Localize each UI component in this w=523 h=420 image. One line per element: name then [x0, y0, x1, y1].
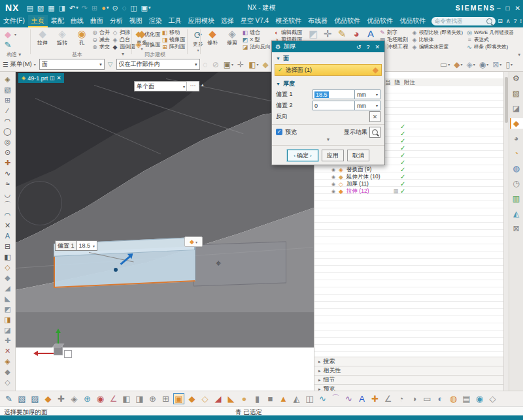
csys-icon[interactable]: ∠	[109, 394, 118, 404]
ribbon-tab[interactable]: 选择	[218, 15, 237, 27]
appearance-icon[interactable]: ◍	[448, 394, 458, 404]
ribbon-tab[interactable]: 优品软件	[331, 15, 363, 27]
text-curve-icon[interactable]: A	[5, 231, 10, 241]
through-curves-icon[interactable]: ◣	[5, 294, 10, 304]
face-rule-icon[interactable]: ◧▾	[248, 60, 258, 69]
edit-section-button[interactable]: ◐编辑截面	[273, 29, 302, 36]
offset1-unit-combo[interactable]: mm▾	[355, 89, 380, 99]
settings-icon[interactable]: ⚙	[510, 73, 523, 84]
arc-icon[interactable]: ◠	[5, 116, 11, 126]
offset1-input[interactable]: 18.5	[312, 89, 355, 99]
mirror-mini-icon[interactable]: ◫	[305, 394, 314, 404]
sketch-curve-icon[interactable]: ✎	[3, 39, 16, 50]
bridge-curve-icon[interactable]: ◡	[5, 189, 11, 199]
new-icon[interactable]: ▤	[25, 4, 34, 12]
prism-icon[interactable]: ◭	[292, 394, 301, 404]
reuse-library-icon[interactable]: ◕	[510, 133, 523, 144]
constraint-navigator-icon[interactable]: ◪	[510, 103, 523, 114]
part-tab[interactable]: ◈ 49-1.prt ◫ ✕	[18, 73, 64, 83]
text-mini-icon[interactable]: A	[357, 394, 367, 404]
hd3d-tools-icon[interactable]: ◔	[510, 148, 523, 159]
selection-scope-combo[interactable]: 仅在工作部件内▾	[116, 59, 200, 70]
spline-icon[interactable]: ∿	[5, 169, 10, 178]
nav-section-details[interactable]: ▸ 细节	[314, 375, 503, 384]
general-select-icon[interactable]: ✛	[237, 60, 245, 69]
collapse-toolbar-caret[interactable]: ▴	[201, 82, 204, 88]
window-mode-icon[interactable]: ▯▾	[505, 60, 513, 69]
nav-section-search[interactable]: ▸ 搜索	[314, 357, 503, 366]
menu-button[interactable]: ☰ 菜单(M) ▾	[3, 60, 36, 69]
roles-icon[interactable]: ⊠	[510, 223, 523, 234]
minimize-ribbon-icon[interactable]: ∧	[506, 18, 511, 24]
circle-icon[interactable]: ◯	[3, 127, 11, 137]
assembly-icon[interactable]: ◈	[5, 74, 10, 84]
optimize-face-button[interactable]: ◆优化面	[134, 29, 160, 39]
star-icon[interactable]: ✚	[370, 394, 380, 404]
assembly-navigator-icon[interactable]: ▧	[510, 88, 523, 99]
render-mini-icon[interactable]: ◐	[435, 394, 445, 404]
window-cascade-icon[interactable]: ◫	[129, 4, 138, 12]
wave-linker-button[interactable]: ◎WAVE 几何链接器	[466, 29, 514, 36]
text-tool-icon[interactable]: A	[363, 28, 378, 39]
ribbon-expand-caret[interactable]: ▾	[518, 52, 520, 57]
intersect-button[interactable]: ⊗求交	[92, 43, 110, 50]
dialog-title-bar[interactable]: ⚙ 加厚 ↺ ? ✕	[272, 41, 384, 52]
render-style-icon[interactable]: ◈▾	[467, 60, 475, 69]
history-icon[interactable]: ◷	[510, 178, 523, 189]
datum-icon[interactable]: ⊞	[5, 95, 10, 105]
xform-button[interactable]: ◩X 型	[242, 36, 271, 43]
ribbon-tab[interactable]: 分析	[107, 15, 126, 27]
section-mini-icon[interactable]: ◑	[409, 394, 419, 404]
eye-icon[interactable]: ◉	[331, 182, 339, 187]
dialog-close-icon[interactable]: ✕	[373, 44, 381, 50]
pen-icon[interactable]: ✎	[335, 28, 349, 39]
command-finder-input[interactable]: 命令查找器	[431, 17, 496, 25]
trim-button[interactable]: ◈修剪	[222, 28, 242, 46]
ribbon-tab[interactable]: 曲线	[67, 15, 87, 27]
nav-section-dependencies[interactable]: ▸ 相关性	[314, 366, 503, 375]
pie-analysis-icon[interactable]: ◕	[349, 28, 363, 39]
pattern-mini-icon[interactable]: ⊞	[161, 394, 171, 404]
spline-mini-icon[interactable]: ∿	[344, 394, 354, 404]
swept-icon[interactable]: ◆	[5, 273, 10, 283]
sheet-icon[interactable]: ◇	[5, 263, 10, 272]
compare-body-button[interactable]: ◈比较体	[411, 36, 463, 43]
thickness-section-header[interactable]: ▼ 厚度	[272, 78, 384, 89]
point-tool-icon[interactable]: ✚	[56, 394, 66, 404]
section-icon[interactable]: ▧	[4, 85, 10, 95]
offset-curve-icon[interactable]: ⌒	[4, 200, 11, 210]
engrave-button[interactable]: ✎刻字	[379, 29, 408, 36]
copy-icon[interactable]: ⊞	[91, 4, 99, 12]
ribbon-tab[interactable]: 应用模块	[185, 15, 218, 27]
face-tool-icon[interactable]: ◨	[4, 315, 10, 325]
dialog-help-icon[interactable]: ?	[365, 44, 371, 50]
delete-icon[interactable]: ✕	[5, 346, 10, 356]
visual-icon[interactable]: ◉▾	[479, 60, 489, 69]
tree-row-thicken[interactable]: ◉ ◇ 加厚 (11) ✓	[314, 180, 503, 187]
fit-icon[interactable]: ⊡	[498, 18, 503, 24]
select-face-row[interactable]: ✓ 选择面 (1) ◆	[275, 64, 382, 76]
more-curve-icon[interactable]: ◈	[5, 357, 10, 366]
sail-surface-icon[interactable]: ◩	[306, 28, 320, 39]
pattern-curve-icon[interactable]: ⊟	[5, 242, 10, 251]
save-as-icon[interactable]: ◨	[58, 4, 67, 12]
sketch-display-icon[interactable]: ▨	[30, 394, 40, 404]
maximize-button[interactable]: □	[506, 5, 510, 12]
materials-icon[interactable]: ▥	[510, 193, 523, 204]
point-icon[interactable]: ✚	[5, 158, 10, 168]
offset-value-input[interactable]: 18.5 ▾	[77, 240, 98, 251]
window-icon[interactable]: ▣▾	[141, 4, 152, 12]
pattern-face-button[interactable]: ⊞阵列面	[161, 43, 185, 50]
sketch-task-icon[interactable]: ▧	[17, 394, 27, 404]
replace-face-button[interactable]: ◈替换面	[134, 39, 160, 50]
normal-reverse-button[interactable]: ◪法向反向	[242, 43, 271, 50]
dynamic-csys-icon[interactable]: ⊕	[82, 394, 92, 404]
intersect-curve-icon[interactable]: ✕	[5, 221, 10, 231]
save-icon[interactable]: ▦	[47, 4, 56, 12]
measure-icon[interactable]: ∠	[383, 394, 393, 404]
tab-close-icon[interactable]: ✕	[57, 75, 61, 81]
sheet-mini-icon[interactable]: ◇	[200, 394, 210, 404]
offset2-input[interactable]: 0	[312, 101, 355, 110]
cone-icon[interactable]: ▲	[278, 394, 288, 404]
mini-toolbar[interactable]: ◆ ▾	[184, 236, 203, 247]
